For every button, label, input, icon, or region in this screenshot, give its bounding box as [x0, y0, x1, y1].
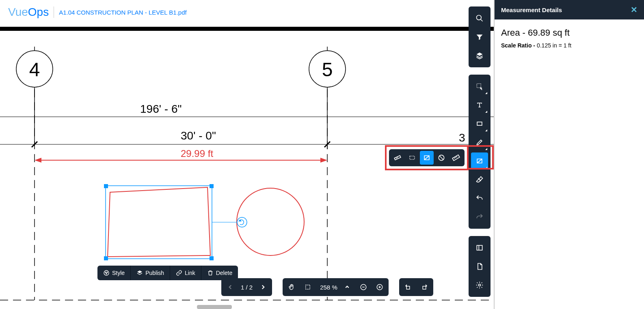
- svg-rect-51: [306, 285, 310, 290]
- svg-line-44: [454, 158, 455, 159]
- zoom-level: 258 %: [316, 284, 339, 291]
- svg-marker-20: [108, 187, 210, 257]
- grid-label: 4: [29, 59, 40, 80]
- page-indicator: 1 / 2: [238, 284, 255, 291]
- svg-text:30' - 0": 30' - 0": [181, 129, 216, 142]
- svg-text:29.99 ft: 29.99 ft: [181, 148, 213, 159]
- filter-button[interactable]: [471, 28, 488, 45]
- panel-header: Measurement Details ✕: [495, 0, 644, 19]
- rotate-ccw-button[interactable]: [400, 279, 416, 295]
- svg-rect-57: [406, 286, 410, 290]
- svg-marker-17: [320, 158, 327, 163]
- document-button[interactable]: [471, 258, 488, 275]
- horizontal-scrollbar[interactable]: [197, 305, 232, 309]
- svg-line-39: [397, 157, 398, 158]
- svg-point-50: [106, 273, 107, 274]
- svg-line-45: [455, 157, 456, 158]
- measure-tool[interactable]: [471, 152, 488, 170]
- svg-rect-25: [210, 256, 214, 260]
- svg-rect-23: [210, 184, 214, 188]
- toolbar-group-view: [469, 6, 491, 67]
- eraser-tool[interactable]: [471, 171, 488, 188]
- link-button[interactable]: Link: [170, 266, 201, 280]
- svg-rect-0: [0, 27, 494, 31]
- style-button[interactable]: Style: [97, 266, 131, 280]
- area-value: 69.89 sq ft: [528, 28, 570, 38]
- measure-calibrate-tool[interactable]: [449, 151, 463, 165]
- measurement-details-panel: Measurement Details ✕ Area - 69.89 sq ft…: [494, 0, 644, 309]
- svg-point-30: [477, 15, 482, 20]
- svg-point-26: [237, 217, 247, 227]
- svg-point-36: [479, 284, 481, 286]
- draw-tool[interactable]: [471, 134, 488, 151]
- header-divider: [54, 6, 54, 18]
- app-logo: VueOps: [8, 6, 49, 19]
- next-page-button[interactable]: [255, 279, 271, 295]
- svg-rect-34: [477, 245, 482, 250]
- svg-point-47: [104, 270, 109, 275]
- grid-label: 5: [322, 59, 333, 80]
- text-tool[interactable]: [471, 97, 488, 114]
- measure-ellipse-tool[interactable]: [434, 151, 448, 165]
- scale-row: Scale Ratio - 0.125 in = 1 ft: [501, 42, 638, 49]
- right-toolbar: [469, 6, 491, 297]
- page-nav-group: 1 / 2: [221, 278, 272, 296]
- panel-toggle-button[interactable]: [471, 239, 488, 256]
- zoom-dropdown-button[interactable]: [339, 279, 355, 295]
- undo-button[interactable]: [471, 190, 488, 207]
- panel-title: Measurement Details: [501, 6, 562, 13]
- panel-body: Area - 69.89 sq ft Scale Ratio - 0.125 i…: [495, 19, 644, 57]
- svg-line-46: [456, 156, 457, 157]
- svg-rect-40: [410, 156, 415, 159]
- rotate-group: [399, 278, 433, 296]
- settings-button[interactable]: [471, 277, 488, 294]
- svg-text:3: 3: [459, 131, 465, 144]
- toolbar-group-panels: [469, 236, 491, 297]
- marquee-zoom-tool[interactable]: [300, 279, 316, 295]
- close-panel-button[interactable]: ✕: [631, 5, 638, 15]
- svg-rect-24: [104, 256, 108, 260]
- svg-line-38: [396, 158, 397, 159]
- select-tool[interactable]: [471, 78, 488, 95]
- measure-area-tool[interactable]: [420, 151, 434, 165]
- selection-context-toolbar: Style Publish Link Delete: [97, 266, 238, 280]
- redo-button[interactable]: [471, 208, 488, 225]
- prev-page-button[interactable]: [222, 279, 238, 295]
- svg-line-31: [481, 19, 483, 21]
- svg-line-42: [439, 156, 443, 160]
- area-row: Area - 69.89 sq ft: [501, 28, 638, 38]
- svg-rect-58: [423, 286, 426, 290]
- zoom-in-button[interactable]: [372, 279, 388, 295]
- svg-point-49: [107, 272, 108, 273]
- layers-button[interactable]: [471, 47, 488, 64]
- svg-point-48: [105, 272, 106, 273]
- svg-rect-22: [104, 184, 108, 188]
- svg-text:196' - 6": 196' - 6": [140, 103, 182, 115]
- svg-rect-33: [477, 122, 482, 125]
- document-filename[interactable]: A1.04 CONSTRUCTION PLAN - LEVEL B1.pdf: [59, 9, 187, 16]
- pan-tool[interactable]: [283, 279, 300, 295]
- measure-flyout: [389, 149, 465, 166]
- publish-button[interactable]: Publish: [131, 266, 170, 280]
- scale-value: 0.125 in = 1 ft: [537, 42, 571, 49]
- view-controls-group: 258 %: [283, 278, 389, 296]
- toolbar-group-annotate: [469, 75, 491, 229]
- measure-perimeter-tool[interactable]: [405, 151, 419, 165]
- svg-marker-16: [35, 158, 41, 163]
- shape-tool[interactable]: [471, 115, 488, 132]
- svg-rect-21: [106, 186, 212, 259]
- measure-distance-tool[interactable]: [391, 151, 404, 165]
- zoom-out-button[interactable]: [355, 279, 372, 295]
- search-button[interactable]: [471, 10, 488, 27]
- bottom-bar: 1 / 2 258 %: [221, 278, 433, 296]
- rotate-cw-button[interactable]: [416, 279, 432, 295]
- measure-flyout-highlight: [385, 145, 469, 170]
